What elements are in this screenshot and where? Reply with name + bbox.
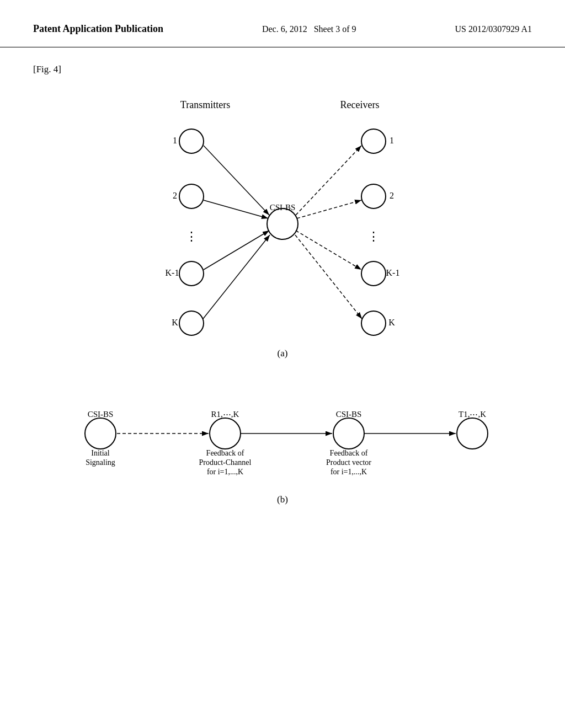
txk1-label: K-1 xyxy=(166,268,179,277)
receivers-label: Receivers xyxy=(340,99,380,110)
rxk-line xyxy=(295,235,362,319)
b-node4 xyxy=(457,418,488,449)
rx1-node xyxy=(361,129,386,153)
rx-dots: ⋮ xyxy=(367,229,380,243)
b-node2 xyxy=(210,418,241,449)
tx2-line xyxy=(204,200,268,218)
b-node3-sub1: Feedback of xyxy=(330,449,368,457)
b-node1-sub1: Initial xyxy=(91,449,110,457)
b-node1-label: CSI-BS xyxy=(88,410,114,419)
tx1-node xyxy=(179,129,204,153)
tx2-node xyxy=(179,184,204,208)
b-node2-sub2: Product-Channel xyxy=(199,458,252,467)
txk-line xyxy=(203,235,270,319)
transmitters-label: Transmitters xyxy=(180,99,230,110)
b-node1 xyxy=(85,418,116,449)
rx2-node xyxy=(361,184,386,208)
sub-a-label: (a) xyxy=(278,348,288,358)
figure-b: CSI-BS Initial Signaling R1,⋯,K Feedback… xyxy=(33,395,532,511)
figure-label: [Fig. 4] xyxy=(33,64,532,75)
rxk-node xyxy=(361,311,386,335)
txk1-line xyxy=(204,231,269,270)
tx1-label: 1 xyxy=(173,136,177,145)
b-node2-sub1: Feedback of xyxy=(206,449,244,457)
txk-label: K xyxy=(172,318,178,327)
rx2-label: 2 xyxy=(390,191,394,200)
header-date-sheet: Dec. 6, 2012 Sheet 3 of 9 xyxy=(262,22,356,34)
rx2-line xyxy=(297,200,361,218)
diagram-container: Transmitters Receivers CSI-BS 1 2 ⋮ K-1 xyxy=(33,86,532,511)
csi-bs-label: CSI-BS xyxy=(270,203,296,212)
center-node xyxy=(267,208,298,239)
tx2-label: 2 xyxy=(173,191,177,200)
b-node1-sub2: Signaling xyxy=(86,458,115,467)
b-node3 xyxy=(333,418,364,449)
b-node2-sub3: for i=1,...,K xyxy=(207,468,243,476)
sub-b-label: (b) xyxy=(277,494,288,505)
tx1-line xyxy=(204,146,269,215)
b-node4-label: T1,⋯,K xyxy=(459,410,486,419)
page-content: [Fig. 4] Transmitters Receivers CSI-BS 1… xyxy=(0,47,565,527)
tx-dots: ⋮ xyxy=(185,229,198,243)
figure-a-svg: Transmitters Receivers CSI-BS 1 2 ⋮ K-1 xyxy=(95,86,470,362)
b-node3-sub2: Product vector xyxy=(326,458,371,467)
b-node3-sub3: for i=1,...,K xyxy=(331,468,367,476)
sheet-info: Sheet 3 of 9 xyxy=(314,24,356,34)
rxk1-label: K-1 xyxy=(386,268,400,277)
publication-date: Dec. 6, 2012 xyxy=(262,24,307,34)
rxk1-node xyxy=(361,261,386,286)
figure-a: Transmitters Receivers CSI-BS 1 2 ⋮ K-1 xyxy=(33,86,532,362)
figure-b-svg: CSI-BS Initial Signaling R1,⋯,K Feedback… xyxy=(56,395,509,511)
rxk-label: K xyxy=(388,318,395,327)
rx1-line xyxy=(296,146,361,215)
rx1-label: 1 xyxy=(390,136,394,145)
b-node2-label: R1,⋯,K xyxy=(211,410,239,419)
txk-node xyxy=(179,311,204,335)
b-node3-label: CSI-BS xyxy=(336,410,362,419)
patent-number: US 2012/0307929 A1 xyxy=(455,22,532,34)
txk1-node xyxy=(179,261,204,286)
publication-title: Patent Application Publication xyxy=(33,22,163,36)
rxk1-line xyxy=(296,231,361,270)
page-header: Patent Application Publication Dec. 6, 2… xyxy=(0,0,565,47)
